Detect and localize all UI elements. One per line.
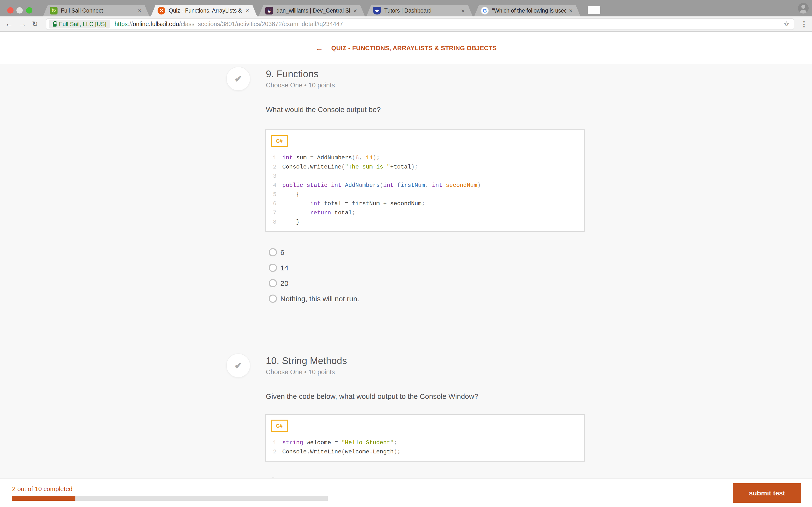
question-meta: Choose One • 10 points — [266, 81, 335, 89]
browser-tab[interactable]: ✕Quiz - Functions, ArrayLists & ✕ — [151, 5, 257, 16]
tab-close-icon[interactable]: ✕ — [138, 8, 142, 13]
window-zoom-button[interactable] — [26, 7, 33, 13]
question-text: Given the code below, what would output … — [266, 392, 478, 400]
code-line: 2Console.WriteLine("The sum is "+total); — [268, 162, 585, 171]
tab-close-icon[interactable]: ✕ — [569, 8, 573, 13]
quiz-header: ← QUIZ - FUNCTIONS, ARRAYLISTS & STRING … — [0, 32, 812, 64]
tutors-shield-favicon-icon: ★ — [373, 7, 381, 14]
question-meta: Choose One • 10 points — [266, 369, 335, 376]
code-line: 4public static int AddNumbers(int firstN… — [268, 181, 585, 190]
tab-title: "Which of the following is used — [492, 8, 566, 13]
line-text: public static int AddNumbers(int firstNu… — [282, 182, 481, 188]
tab-title: Tutors | Dashboard — [384, 8, 458, 13]
url-path: /class_sections/3801/activities/203872/e… — [179, 21, 343, 27]
browser-menu-icon[interactable]: ⋮ — [800, 16, 808, 32]
tab-title: dan_williams | Dev_Central Slac — [276, 8, 350, 13]
code-line: 8 } — [268, 217, 585, 226]
answer-option[interactable]: Nothing, this will not run. — [269, 293, 359, 304]
url-text: https://online.fullsail.edu/class_sectio… — [114, 21, 783, 27]
browser-tab[interactable]: ↻Full Sail Connect✕ — [43, 5, 149, 16]
quiz-title: QUIZ - FUNCTIONS, ARRAYLISTS & STRING OB… — [331, 44, 497, 52]
forward-button-icon[interactable]: → — [18, 16, 27, 32]
check-icon: ✔ — [235, 360, 242, 371]
lock-icon — [53, 23, 57, 26]
question-title: 9. Functions — [266, 68, 318, 80]
bookmark-star-icon[interactable]: ☆ — [783, 20, 790, 29]
code-line: 7 return total; — [268, 208, 585, 217]
security-chip[interactable]: Full Sail, LLC [US] — [49, 20, 110, 29]
code-line: 1int sum = AddNumbers(6, 14); — [268, 153, 585, 162]
code-line: 3 — [268, 171, 585, 181]
radio-button[interactable] — [269, 279, 277, 287]
line-number: 8 — [268, 219, 282, 225]
option-label: Nothing, this will not run. — [280, 294, 359, 302]
tab-title: Quiz - Functions, ArrayLists & — [169, 8, 242, 13]
address-bar[interactable]: Full Sail, LLC [US] https://online.fulls… — [46, 18, 794, 30]
url-host: online.fullsail.edu — [133, 21, 179, 27]
code-line: 6 int total = firstNum + secondNum; — [268, 199, 585, 208]
line-text: Console.WriteLine(welcome.Length); — [282, 448, 401, 455]
window-close-button[interactable] — [7, 7, 13, 13]
progress-fill — [12, 496, 75, 501]
url-separator: :// — [128, 21, 133, 27]
option-label: 6 — [280, 248, 285, 256]
reload-button-icon[interactable]: ↻ — [32, 16, 38, 32]
security-chip-label: Full Sail, LLC [US] — [59, 21, 106, 27]
quiz-content: ✔9. FunctionsChoose One • 10 pointsWhat … — [0, 64, 812, 507]
line-number: 1 — [268, 439, 282, 446]
code-language-badge: C# — [271, 135, 288, 147]
browser-tab[interactable]: G"Which of the following is used✕ — [474, 5, 580, 16]
line-number: 4 — [268, 182, 282, 188]
line-text: } — [282, 219, 300, 225]
tab-strip: ↻Full Sail Connect✕✕Quiz - Functions, Ar… — [43, 5, 580, 16]
line-text: string welcome = "Hello Student"; — [282, 439, 397, 446]
progress-bar — [12, 496, 328, 501]
answer-option[interactable]: 20 — [269, 278, 288, 288]
radio-button[interactable] — [269, 294, 277, 302]
line-text: Console.WriteLine("The sum is "+total); — [282, 163, 418, 170]
line-number: 2 — [268, 163, 282, 170]
line-text: return total; — [282, 209, 355, 216]
fullsail-connect-favicon-icon: ↻ — [50, 7, 57, 14]
window-minimize-button[interactable] — [16, 7, 23, 13]
line-number: 5 — [268, 191, 282, 198]
line-text: { — [282, 191, 300, 198]
line-number: 3 — [268, 173, 282, 179]
option-label: 14 — [280, 264, 288, 272]
question-status-icon: ✔ — [226, 353, 250, 378]
option-label: 20 — [280, 279, 288, 287]
radio-button[interactable] — [269, 248, 277, 256]
fullsail-quiz-favicon-icon: ✕ — [158, 7, 165, 14]
code-line: 5 { — [268, 190, 585, 199]
code-lines: 1string welcome = "Hello Student";2Conso… — [266, 415, 585, 461]
slack-favicon-icon: # — [265, 7, 273, 14]
answer-option[interactable]: 14 — [269, 262, 288, 273]
radio-button[interactable] — [269, 264, 277, 272]
line-number: 2 — [268, 448, 282, 455]
code-block: C#1string welcome = "Hello Student";2Con… — [265, 414, 585, 462]
code-line: 1string welcome = "Hello Student"; — [268, 438, 585, 447]
question-status-icon: ✔ — [226, 67, 250, 91]
tab-close-icon[interactable]: ✕ — [245, 8, 249, 13]
profile-avatar-icon[interactable] — [798, 3, 809, 13]
back-button-icon[interactable]: ← — [5, 16, 13, 32]
code-language-badge: C# — [271, 419, 288, 432]
code-lines: 1int sum = AddNumbers(6, 14);2Console.Wr… — [266, 130, 585, 231]
browser-toolbar: ← → ↻ Full Sail, LLC [US] https://online… — [0, 16, 812, 32]
line-number: 6 — [268, 200, 282, 207]
tab-close-icon[interactable]: ✕ — [461, 8, 465, 13]
tab-close-icon[interactable]: ✕ — [353, 8, 357, 13]
quiz-back-arrow-icon[interactable]: ← — [315, 44, 323, 52]
submit-test-button[interactable]: submit test — [733, 483, 801, 503]
line-number: 1 — [268, 154, 282, 161]
code-line: 2Console.WriteLine(welcome.Length); — [268, 447, 585, 456]
browser-tab[interactable]: ★Tutors | Dashboard✕ — [366, 5, 473, 16]
check-icon: ✔ — [235, 73, 242, 84]
answer-option[interactable]: 6 — [269, 247, 285, 258]
line-number: 7 — [268, 209, 282, 216]
new-tab-button[interactable] — [588, 6, 600, 14]
progress-label: 2 out of 10 completed — [12, 485, 72, 493]
browser-titlebar: ↻Full Sail Connect✕✕Quiz - Functions, Ar… — [0, 0, 812, 16]
browser-tab[interactable]: #dan_williams | Dev_Central Slac✕ — [259, 5, 365, 16]
question-text: What would the Console output be? — [266, 105, 380, 113]
